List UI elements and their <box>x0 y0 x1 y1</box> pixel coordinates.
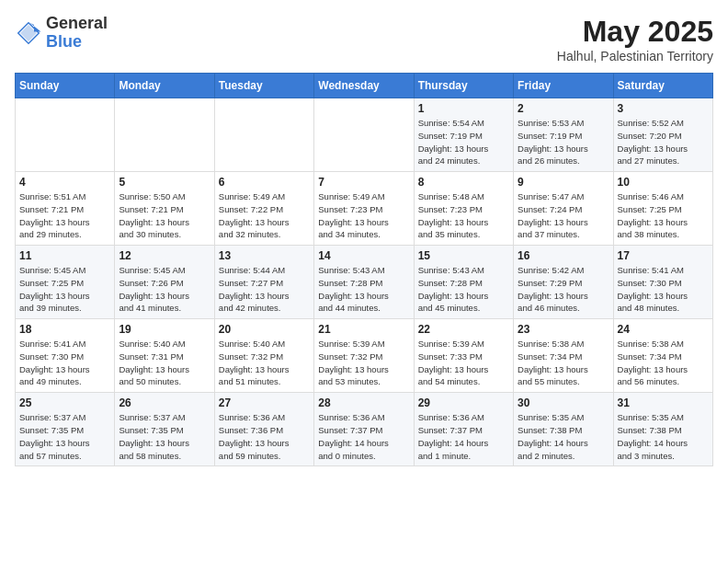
day-info: Sunrise: 5:50 AM Sunset: 7:21 PM Dayligh… <box>119 190 210 241</box>
calendar-cell: 16Sunrise: 5:42 AM Sunset: 7:29 PM Dayli… <box>514 246 613 319</box>
day-info: Sunrise: 5:52 AM Sunset: 7:20 PM Dayligh… <box>618 117 709 167</box>
day-number: 25 <box>19 396 110 409</box>
header-day-thursday: Thursday <box>414 74 513 98</box>
calendar-body: 1Sunrise: 5:54 AM Sunset: 7:19 PM Daylig… <box>16 98 713 466</box>
calendar-cell: 27Sunrise: 5:36 AM Sunset: 7:36 PM Dayli… <box>214 393 313 466</box>
day-number: 2 <box>518 102 609 115</box>
day-info: Sunrise: 5:40 AM Sunset: 7:31 PM Dayligh… <box>119 338 210 388</box>
day-info: Sunrise: 5:36 AM Sunset: 7:36 PM Dayligh… <box>219 411 310 462</box>
week-row-3: 11Sunrise: 5:45 AM Sunset: 7:25 PM Dayli… <box>16 246 713 319</box>
day-info: Sunrise: 5:41 AM Sunset: 7:30 PM Dayligh… <box>618 264 709 315</box>
day-info: Sunrise: 5:45 AM Sunset: 7:25 PM Dayligh… <box>19 264 110 315</box>
day-info: Sunrise: 5:41 AM Sunset: 7:30 PM Dayligh… <box>19 338 110 388</box>
calendar-cell <box>314 98 414 172</box>
page-header: General Blue May 2025 Halhul, Palestinia… <box>15 15 713 63</box>
header-row: SundayMondayTuesdayWednesdayThursdayFrid… <box>16 74 713 98</box>
day-info: Sunrise: 5:37 AM Sunset: 7:35 PM Dayligh… <box>119 411 210 462</box>
header-day-friday: Friday <box>514 74 613 98</box>
calendar-cell: 24Sunrise: 5:38 AM Sunset: 7:34 PM Dayli… <box>613 319 712 393</box>
calendar-cell: 25Sunrise: 5:37 AM Sunset: 7:35 PM Dayli… <box>16 393 115 466</box>
day-info: Sunrise: 5:36 AM Sunset: 7:37 PM Dayligh… <box>318 411 409 462</box>
day-info: Sunrise: 5:46 AM Sunset: 7:25 PM Dayligh… <box>618 190 709 241</box>
day-info: Sunrise: 5:37 AM Sunset: 7:35 PM Dayligh… <box>19 411 110 462</box>
header-day-monday: Monday <box>115 74 214 98</box>
calendar-cell: 30Sunrise: 5:35 AM Sunset: 7:38 PM Dayli… <box>514 393 613 466</box>
calendar-cell: 8Sunrise: 5:48 AM Sunset: 7:23 PM Daylig… <box>414 172 513 246</box>
calendar-header: SundayMondayTuesdayWednesdayThursdayFrid… <box>16 74 713 98</box>
calendar-cell: 19Sunrise: 5:40 AM Sunset: 7:31 PM Dayli… <box>115 319 214 393</box>
calendar-cell: 14Sunrise: 5:43 AM Sunset: 7:28 PM Dayli… <box>314 246 414 319</box>
day-number: 10 <box>618 176 709 189</box>
day-number: 17 <box>618 249 709 262</box>
day-info: Sunrise: 5:44 AM Sunset: 7:27 PM Dayligh… <box>219 264 310 315</box>
calendar-cell: 9Sunrise: 5:47 AM Sunset: 7:24 PM Daylig… <box>514 172 613 246</box>
calendar-cell: 7Sunrise: 5:49 AM Sunset: 7:23 PM Daylig… <box>314 172 414 246</box>
day-number: 23 <box>518 323 609 336</box>
day-number: 6 <box>219 176 310 189</box>
day-number: 24 <box>618 323 709 336</box>
calendar-table: SundayMondayTuesdayWednesdayThursdayFrid… <box>15 73 713 466</box>
day-number: 5 <box>119 176 210 189</box>
calendar-cell: 12Sunrise: 5:45 AM Sunset: 7:26 PM Dayli… <box>115 246 214 319</box>
logo-blue: Blue <box>46 32 82 51</box>
day-number: 19 <box>119 323 210 336</box>
day-info: Sunrise: 5:40 AM Sunset: 7:32 PM Dayligh… <box>219 338 310 388</box>
calendar-cell: 22Sunrise: 5:39 AM Sunset: 7:33 PM Dayli… <box>414 319 513 393</box>
day-info: Sunrise: 5:49 AM Sunset: 7:22 PM Dayligh… <box>219 190 310 241</box>
day-number: 30 <box>518 396 609 409</box>
calendar-cell: 5Sunrise: 5:50 AM Sunset: 7:21 PM Daylig… <box>115 172 214 246</box>
calendar-cell: 20Sunrise: 5:40 AM Sunset: 7:32 PM Dayli… <box>214 319 313 393</box>
day-info: Sunrise: 5:35 AM Sunset: 7:38 PM Dayligh… <box>618 411 709 462</box>
day-number: 4 <box>19 176 110 189</box>
calendar-cell: 18Sunrise: 5:41 AM Sunset: 7:30 PM Dayli… <box>16 319 115 393</box>
day-number: 3 <box>618 102 709 115</box>
day-number: 9 <box>518 176 609 189</box>
calendar-cell: 15Sunrise: 5:43 AM Sunset: 7:28 PM Dayli… <box>414 246 513 319</box>
calendar-cell: 11Sunrise: 5:45 AM Sunset: 7:25 PM Dayli… <box>16 246 115 319</box>
logo-text: General Blue <box>46 15 108 52</box>
week-row-1: 1Sunrise: 5:54 AM Sunset: 7:19 PM Daylig… <box>16 98 713 172</box>
logo-general: General <box>46 14 108 32</box>
day-number: 28 <box>318 396 409 409</box>
calendar-cell <box>115 98 214 172</box>
calendar-cell <box>214 98 313 172</box>
location: Halhul, Palestinian Territory <box>557 49 713 63</box>
header-day-tuesday: Tuesday <box>214 74 313 98</box>
day-number: 13 <box>219 249 310 262</box>
day-number: 18 <box>19 323 110 336</box>
day-number: 27 <box>219 396 310 409</box>
day-number: 29 <box>418 396 509 409</box>
calendar-cell: 21Sunrise: 5:39 AM Sunset: 7:32 PM Dayli… <box>314 319 414 393</box>
day-number: 26 <box>119 396 210 409</box>
calendar-cell: 10Sunrise: 5:46 AM Sunset: 7:25 PM Dayli… <box>613 172 712 246</box>
calendar-cell <box>16 98 115 172</box>
day-number: 20 <box>219 323 310 336</box>
calendar-cell: 13Sunrise: 5:44 AM Sunset: 7:27 PM Dayli… <box>214 246 313 319</box>
day-info: Sunrise: 5:36 AM Sunset: 7:37 PM Dayligh… <box>418 411 509 462</box>
logo-icon <box>15 19 42 47</box>
month-year: May 2025 <box>557 15 713 49</box>
day-number: 11 <box>19 249 110 262</box>
day-number: 31 <box>618 396 709 409</box>
calendar-cell: 23Sunrise: 5:38 AM Sunset: 7:34 PM Dayli… <box>514 319 613 393</box>
calendar-cell: 6Sunrise: 5:49 AM Sunset: 7:22 PM Daylig… <box>214 172 313 246</box>
day-info: Sunrise: 5:39 AM Sunset: 7:32 PM Dayligh… <box>318 338 409 388</box>
calendar-cell: 31Sunrise: 5:35 AM Sunset: 7:38 PM Dayli… <box>613 393 712 466</box>
day-info: Sunrise: 5:48 AM Sunset: 7:23 PM Dayligh… <box>418 190 509 241</box>
day-number: 14 <box>318 249 409 262</box>
day-info: Sunrise: 5:53 AM Sunset: 7:19 PM Dayligh… <box>518 117 609 167</box>
calendar-cell: 28Sunrise: 5:36 AM Sunset: 7:37 PM Dayli… <box>314 393 414 466</box>
calendar-cell: 29Sunrise: 5:36 AM Sunset: 7:37 PM Dayli… <box>414 393 513 466</box>
calendar-cell: 4Sunrise: 5:51 AM Sunset: 7:21 PM Daylig… <box>16 172 115 246</box>
week-row-5: 25Sunrise: 5:37 AM Sunset: 7:35 PM Dayli… <box>16 393 713 466</box>
day-number: 21 <box>318 323 409 336</box>
header-day-sunday: Sunday <box>16 74 115 98</box>
day-number: 16 <box>518 249 609 262</box>
calendar-cell: 1Sunrise: 5:54 AM Sunset: 7:19 PM Daylig… <box>414 98 513 172</box>
calendar-cell: 26Sunrise: 5:37 AM Sunset: 7:35 PM Dayli… <box>115 393 214 466</box>
day-number: 12 <box>119 249 210 262</box>
header-day-saturday: Saturday <box>613 74 712 98</box>
header-day-wednesday: Wednesday <box>314 74 414 98</box>
day-info: Sunrise: 5:51 AM Sunset: 7:21 PM Dayligh… <box>19 190 110 241</box>
day-info: Sunrise: 5:47 AM Sunset: 7:24 PM Dayligh… <box>518 190 609 241</box>
